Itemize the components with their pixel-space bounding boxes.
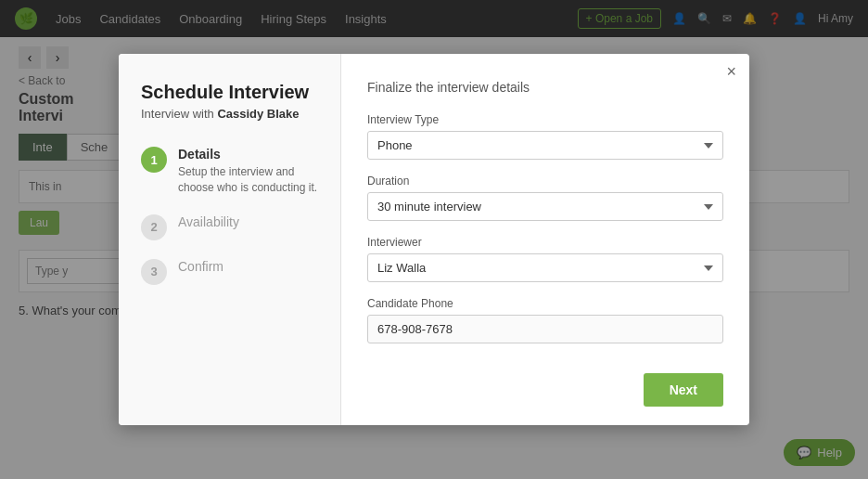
- step-3-circle: 3: [141, 259, 167, 285]
- step-2-circle: 2: [141, 214, 167, 240]
- candidate-phone-label: Candidate Phone: [367, 297, 723, 310]
- step-2-name: Availability: [178, 214, 239, 229]
- interview-type-group: Interview Type Phone Video In-Person: [367, 113, 723, 160]
- step-1-content: Details Setup the interview and choose w…: [178, 147, 318, 196]
- modal-footer: Next: [367, 358, 723, 407]
- interview-type-select[interactable]: Phone Video In-Person: [367, 131, 723, 160]
- modal-title: Schedule Interview: [141, 82, 318, 103]
- modal-overlay: × Schedule Interview Interview with Cass…: [0, 0, 868, 479]
- interviewer-label: Interviewer: [367, 236, 723, 249]
- modal-left-panel: Schedule Interview Interview with Cassid…: [119, 54, 341, 425]
- schedule-interview-modal: × Schedule Interview Interview with Cass…: [119, 54, 749, 425]
- step-3: 3 Confirm: [141, 259, 318, 285]
- step-1: 1 Details Setup the interview and choose…: [141, 147, 318, 196]
- step-3-name: Confirm: [178, 259, 223, 274]
- step-list: 1 Details Setup the interview and choose…: [141, 147, 318, 285]
- modal-right-panel: Finalize the interview details Interview…: [341, 54, 749, 425]
- candidate-name: Cassidy Blake: [217, 107, 299, 121]
- step-1-name: Details: [178, 147, 318, 162]
- step-1-circle: 1: [141, 147, 167, 173]
- interviewer-select[interactable]: Liz Walla John Smith Amy Johnson: [367, 253, 723, 282]
- candidate-phone-group: Candidate Phone: [367, 297, 723, 343]
- duration-group: Duration 15 minute interview 30 minute i…: [367, 175, 723, 221]
- step-3-content: Confirm: [178, 259, 223, 274]
- panel-title: Finalize the interview details: [367, 80, 723, 95]
- duration-select[interactable]: 15 minute interview 30 minute interview …: [367, 192, 723, 221]
- interviewer-group: Interviewer Liz Walla John Smith Amy Joh…: [367, 236, 723, 282]
- modal-close-button[interactable]: ×: [726, 63, 736, 80]
- step-2-content: Availability: [178, 214, 239, 229]
- duration-label: Duration: [367, 175, 723, 188]
- candidate-phone-input[interactable]: [367, 315, 723, 343]
- interview-type-label: Interview Type: [367, 113, 723, 126]
- step-2: 2 Availability: [141, 214, 318, 240]
- modal-subtitle: Interview with Cassidy Blake: [141, 107, 318, 121]
- step-1-desc: Setup the interview and choose who is co…: [178, 164, 318, 196]
- next-button[interactable]: Next: [644, 373, 723, 407]
